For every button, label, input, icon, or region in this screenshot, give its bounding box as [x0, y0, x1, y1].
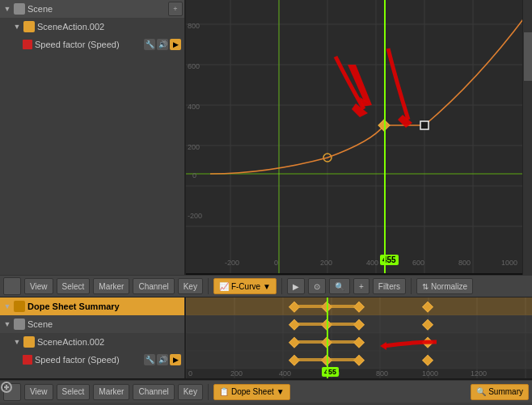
normalize-label: Normalize — [431, 282, 467, 291]
ds-expand-action-icon: ▼ — [13, 338, 21, 346]
ds-summary-icon-btn: 🔍 — [476, 387, 486, 396]
eye-icon: ▶ — [170, 39, 181, 50]
wrench-icon: 🔧 — [144, 39, 155, 50]
svg-text:400: 400 — [279, 369, 291, 378]
svg-text:800: 800 — [376, 369, 388, 378]
svg-text:400: 400 — [366, 259, 378, 267]
expand-scene-icon: ▼ — [3, 5, 11, 13]
ds-mode-chevron: ▼ — [277, 387, 285, 396]
ds-speed-color-icon — [23, 355, 32, 365]
ds-action-icon — [23, 336, 35, 348]
scene-icon — [14, 3, 25, 15]
ds-position-marker-line — [327, 297, 328, 378]
ds-sep1 — [208, 384, 209, 400]
svg-text:1200: 1200 — [471, 369, 487, 378]
svg-text:-200: -200 — [225, 259, 239, 267]
dopesheet-grid[interactable]: 0 200 400 600 800 1000 1200 455 — [186, 297, 532, 378]
toolbar-corner-icon — [3, 277, 21, 295]
fcurve-grid[interactable]: -200 0 200 400 600 800 1000 800 600 400 … — [186, 0, 532, 273]
marker-menu-btn[interactable]: Marker — [93, 278, 129, 294]
svg-text:400: 400 — [188, 103, 200, 111]
svg-text:0: 0 — [188, 369, 192, 378]
ds-action-row[interactable]: ▼ SceneAction.002 — [0, 333, 184, 351]
fcurve-grid-svg: -200 0 200 400 600 800 1000 800 600 400 … — [186, 0, 532, 273]
mode-label: F-Curve — [231, 282, 260, 291]
ds-mode-icon: 📋 — [219, 387, 229, 396]
svg-text:0: 0 — [192, 171, 196, 179]
svg-text:1000: 1000 — [422, 369, 438, 378]
ds-summary-dropdown[interactable]: 🔍 Summary — [471, 384, 529, 400]
fcurve-vscroll[interactable] — [522, 0, 532, 275]
ds-summary-row[interactable]: ▼ Dope Sheet Summary — [0, 297, 184, 315]
ds-action-label: SceneAction.002 — [37, 337, 181, 347]
outliner-scene-row[interactable]: ▼ Scene — [0, 0, 184, 18]
dopesheet-editor: ▼ Dope Sheet Summary ▼ Scene ▼ SceneActi… — [0, 297, 532, 403]
mode-dropdown[interactable]: 📈 F-Curve ▼ — [213, 278, 277, 294]
fcurve-outliner: ▼ Scene ▼ SceneAction.002 Speed factor (… — [0, 0, 186, 275]
ds-scene-label: Scene — [27, 319, 181, 329]
outliner-speed-row[interactable]: Speed factor (Speed) 🔧 🔊 ▶ — [0, 36, 184, 53]
filters-btn[interactable]: Filters — [373, 278, 406, 294]
fcurve-add-btn[interactable]: + — [353, 278, 369, 294]
fcurve-tool3[interactable]: 🔍 — [329, 278, 350, 294]
ds-channel-btn[interactable]: Channel — [133, 384, 174, 400]
ds-vis-icon: ▶ — [170, 354, 181, 365]
vscroll-thumb[interactable] — [524, 32, 532, 81]
fcurve-toolbar: View Select Marker Channel Key 📈 F-Curve… — [0, 275, 532, 297]
svg-rect-28 — [420, 121, 429, 129]
ds-summary-label: Summary — [488, 387, 523, 396]
fcurve-editor: ▼ Scene ▼ SceneAction.002 Speed factor (… — [0, 0, 532, 275]
fcurve-tool1[interactable]: ▶ — [287, 278, 305, 294]
ds-speed-icons: 🔧 🔊 ▶ — [144, 354, 181, 365]
speed-color-icon — [23, 40, 32, 49]
ds-scene-row[interactable]: ▼ Scene — [0, 315, 184, 333]
action-icon — [23, 21, 35, 32]
dopesheet-grid-svg: 0 200 400 600 800 1000 1200 — [186, 297, 532, 378]
ds-marker-btn[interactable]: Marker — [93, 384, 129, 400]
normalize-btn[interactable]: ⇅ Normalize — [416, 278, 473, 294]
ds-position-label: 455 — [322, 367, 339, 377]
dopesheet-toolbar: View Select Marker Channel Key 📋 Dope Sh… — [0, 380, 532, 403]
sep3 — [411, 278, 412, 294]
mode-chevron: ▼ — [263, 282, 271, 291]
svg-text:200: 200 — [230, 369, 243, 378]
ds-select-btn[interactable]: Select — [57, 384, 91, 400]
ds-toolbar-icon — [3, 383, 21, 401]
ds-expand-scene-icon: ▼ — [3, 320, 11, 328]
expand-action-icon: ▼ — [13, 23, 21, 31]
select-menu-btn[interactable]: Select — [57, 278, 91, 294]
mode-icon: 📈 — [219, 282, 229, 291]
ds-speaker-icon: 🔊 — [157, 354, 168, 365]
ds-speed-row[interactable]: Speed factor (Speed) 🔧 🔊 ▶ — [0, 351, 184, 369]
ds-mode-dropdown[interactable]: 📋 Dope Sheet ▼ — [213, 384, 290, 400]
ds-scene-icon — [14, 319, 25, 330]
normalize-icon: ⇅ — [422, 282, 429, 291]
action-label: SceneAction.002 — [37, 22, 181, 32]
channel-menu-btn[interactable]: Channel — [133, 278, 174, 294]
speed-label: Speed factor (Speed) — [35, 40, 141, 49]
ds-wrench-icon: 🔧 — [144, 354, 155, 365]
svg-text:200: 200 — [188, 143, 200, 151]
corner-expand-btn[interactable]: + — [168, 2, 183, 16]
ds-expand-summary-icon: ▼ — [3, 302, 11, 310]
svg-text:-200: -200 — [188, 212, 202, 220]
scene-label: Scene — [27, 4, 181, 14]
speed-icons: 🔧 🔊 ▶ — [144, 39, 181, 50]
svg-text:200: 200 — [320, 259, 332, 267]
outliner-action-row[interactable]: ▼ SceneAction.002 — [0, 18, 184, 36]
svg-text:600: 600 — [412, 259, 424, 267]
key-menu-btn[interactable]: Key — [178, 278, 203, 294]
speaker-icon: 🔊 — [157, 39, 168, 50]
fcurve-tool2[interactable]: ⊙ — [308, 278, 326, 294]
ds-summary-label: Dope Sheet Summary — [27, 302, 181, 311]
ds-key-btn[interactable]: Key — [178, 384, 203, 400]
svg-text:0: 0 — [274, 259, 278, 267]
position-marker-line — [384, 0, 386, 273]
ds-speed-label: Speed factor (Speed) — [35, 355, 141, 365]
sep1 — [208, 278, 209, 294]
position-marker-label: 455 — [380, 255, 399, 265]
ds-mode-label: Dope Sheet — [231, 387, 274, 396]
ds-view-btn[interactable]: View — [24, 384, 53, 400]
view-menu-btn[interactable]: View — [24, 278, 53, 294]
svg-text:1000: 1000 — [501, 259, 517, 267]
